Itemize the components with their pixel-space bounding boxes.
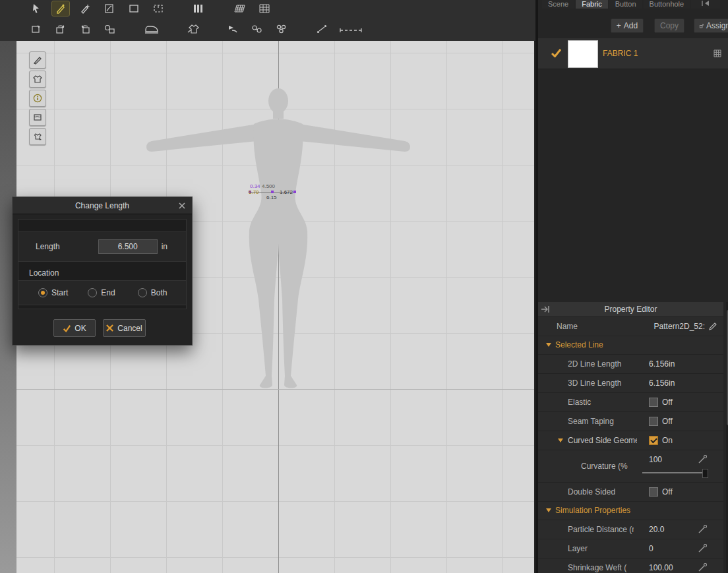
section-selected-line[interactable]: Selected Line bbox=[538, 336, 723, 355]
section-simulation-properties[interactable]: Simulation Properties bbox=[538, 502, 723, 520]
row-layer: Layer 0 bbox=[538, 539, 723, 558]
right-panel: Scene Fabric Button Buttonhole + Add Cop… bbox=[535, 0, 728, 573]
grid-icon[interactable] bbox=[256, 1, 273, 16]
subsection-collapse-icon[interactable] bbox=[558, 438, 563, 442]
panel-tabbar: Scene Fabric Button Buttonhole bbox=[542, 0, 728, 9]
radio-start[interactable] bbox=[38, 288, 47, 297]
measure-line-icon[interactable] bbox=[313, 22, 330, 36]
move-pattern-icon[interactable] bbox=[28, 22, 45, 36]
select-tool-icon[interactable] bbox=[28, 1, 45, 16]
info-tool-button[interactable] bbox=[29, 90, 46, 107]
seam-taping-checkbox[interactable] bbox=[649, 417, 658, 426]
cancel-button[interactable]: Cancel bbox=[103, 319, 146, 337]
dock-panel-icon[interactable] bbox=[541, 305, 550, 313]
fabric-name: FABRIC 1 bbox=[603, 49, 638, 58]
location-radio-group: Start End Both bbox=[18, 280, 186, 305]
flip-pattern-icon[interactable] bbox=[101, 22, 118, 36]
row-shrinkage-weft: Shrinkage Weft ( 100.00 bbox=[538, 558, 723, 573]
assign-fabric-button[interactable]: Assign bbox=[694, 18, 728, 33]
particle-distance-value[interactable]: 20.0 bbox=[649, 525, 664, 534]
property-editor-header: Property Editor bbox=[538, 302, 723, 317]
3d-line-length-value: 6.156in bbox=[649, 378, 675, 388]
dart-tool-icon[interactable] bbox=[150, 1, 167, 16]
elastic-checkbox[interactable] bbox=[649, 398, 658, 407]
simulation-properties-header: Simulation Properties bbox=[555, 506, 630, 515]
multi-sew-icon[interactable] bbox=[273, 22, 290, 36]
tab-fabric[interactable]: Fabric bbox=[576, 0, 608, 9]
fabric-strips-icon[interactable] bbox=[190, 1, 207, 16]
radio-end-label: End bbox=[101, 288, 115, 297]
rotate-cw-icon[interactable] bbox=[52, 22, 69, 36]
radio-both-label: Both bbox=[151, 288, 167, 297]
edit-pattern-tool-icon[interactable] bbox=[52, 1, 69, 16]
tab-overflow[interactable] bbox=[691, 0, 720, 9]
add-fabric-button[interactable]: + Add bbox=[611, 18, 644, 33]
shirt-arrow-button[interactable] bbox=[29, 128, 46, 145]
cancel-label: Cancel bbox=[117, 324, 142, 333]
edit-curve-tool-icon[interactable] bbox=[101, 1, 118, 16]
close-icon[interactable] bbox=[177, 200, 187, 210]
polygon-tool-icon[interactable] bbox=[125, 1, 142, 16]
dashed-baseline-icon[interactable] bbox=[338, 22, 364, 36]
tab-button[interactable]: Button bbox=[609, 0, 642, 9]
section-collapse-icon bbox=[546, 343, 551, 347]
curved-side-state: On bbox=[662, 436, 673, 445]
free-sew-icon[interactable] bbox=[249, 22, 266, 36]
length-label: Length bbox=[36, 242, 60, 251]
tab-scroll-left-icon bbox=[701, 0, 710, 7]
tuning-icon[interactable] bbox=[698, 563, 707, 572]
row-seam-taping: Seam Taping Off bbox=[538, 412, 723, 431]
tab-scene[interactable]: Scene bbox=[542, 0, 574, 9]
slanted-grid-icon[interactable] bbox=[231, 1, 249, 16]
row-double-sided: Double Sided Off bbox=[538, 483, 723, 502]
row-elastic: Elastic Off bbox=[538, 393, 723, 412]
elastic-state: Off bbox=[662, 398, 673, 407]
radio-end[interactable] bbox=[88, 288, 97, 297]
toolbar-row-2 bbox=[28, 22, 364, 36]
double-sided-state: Off bbox=[662, 487, 673, 497]
row-2d-line-length: 2D Line Length 6.156in bbox=[538, 355, 723, 374]
name-row: Name Pattern2D_52: bbox=[538, 317, 723, 336]
iron-icon[interactable] bbox=[141, 22, 162, 36]
line-endpoint-end[interactable] bbox=[293, 191, 296, 193]
curvature-slider-handle[interactable] bbox=[702, 469, 708, 478]
pattern-shirt-button[interactable] bbox=[29, 71, 46, 88]
fabric-list-item[interactable]: FABRIC 1 bbox=[538, 38, 728, 69]
fabric-active-check-icon bbox=[551, 49, 561, 57]
layer-value[interactable]: 0 bbox=[649, 544, 653, 553]
dialog-titlebar[interactable]: Change Length bbox=[13, 197, 192, 214]
toolbar-row-1 bbox=[28, 1, 273, 16]
pencil-icon[interactable] bbox=[709, 322, 717, 330]
section-collapse-icon bbox=[546, 508, 551, 512]
radio-both[interactable] bbox=[138, 288, 147, 297]
pen-tool-button[interactable] bbox=[29, 51, 46, 69]
curvature-slider[interactable] bbox=[642, 472, 706, 473]
curved-side-checkbox[interactable] bbox=[649, 436, 658, 445]
double-sided-checkbox[interactable] bbox=[649, 487, 658, 497]
fabric-sheet-button[interactable] bbox=[29, 109, 46, 126]
length-input[interactable]: 6.500 bbox=[98, 239, 158, 254]
dialog-body: Length 6.500 in Location Start End Both bbox=[18, 219, 187, 309]
property-editor-title: Property Editor bbox=[604, 305, 657, 314]
measurement-label: 6.70 bbox=[249, 190, 259, 195]
fabric-detail-grid-icon[interactable] bbox=[713, 49, 721, 57]
length-unit: in bbox=[162, 242, 167, 251]
tuning-icon[interactable] bbox=[698, 455, 707, 464]
segment-sew-icon[interactable] bbox=[224, 22, 241, 36]
tab-buttonhole[interactable]: Buttonhole bbox=[644, 0, 690, 9]
curvature-value[interactable]: 100 bbox=[649, 455, 662, 464]
rotate-ccw-icon[interactable] bbox=[76, 22, 94, 36]
change-length-dialog: Change Length Length 6.500 in Location S… bbox=[12, 196, 193, 346]
name-label: Name bbox=[557, 322, 622, 331]
tuning-icon[interactable] bbox=[698, 525, 707, 533]
measurement-label: 1.672 bbox=[280, 190, 293, 195]
line-midpoint[interactable] bbox=[271, 191, 274, 193]
copy-fabric-button[interactable]: Copy bbox=[654, 18, 684, 33]
tuning-icon[interactable] bbox=[698, 544, 707, 553]
add-point-tool-icon[interactable] bbox=[76, 1, 94, 16]
name-value[interactable]: Pattern2D_52: bbox=[654, 322, 705, 331]
fabric-swatch[interactable] bbox=[568, 40, 598, 68]
shrinkage-weft-value[interactable]: 100.00 bbox=[649, 563, 673, 572]
sewing-shirt-icon[interactable] bbox=[184, 22, 204, 36]
ok-button[interactable]: OK bbox=[53, 319, 96, 337]
